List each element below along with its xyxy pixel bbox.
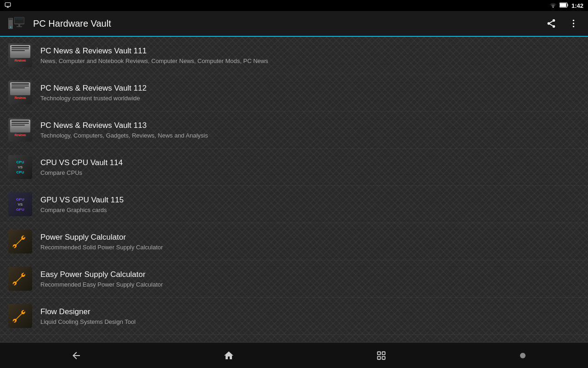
svg-rect-0	[5, 2, 11, 6]
item-icon-item-psc	[7, 229, 33, 254]
svg-point-13	[553, 25, 555, 28]
status-time: 1:42	[571, 2, 583, 9]
svg-rect-22	[382, 356, 385, 359]
list-item[interactable]: GPU VS GPU GPU VS GPU Vault 115Compare G…	[0, 186, 588, 223]
item-subtitle: Technology, Computers, Gadgets, Reviews,…	[40, 132, 581, 139]
svg-point-18	[572, 26, 574, 27]
item-icon-item-114: CPU VS CPU	[7, 154, 33, 180]
svg-rect-8	[18, 24, 20, 26]
app-title: PC Hardware Vault	[33, 18, 537, 29]
item-icon-item-111: Reviews	[7, 42, 33, 68]
item-title: Easy Power Supply Calculator	[40, 270, 581, 279]
svg-point-5	[10, 27, 11, 28]
item-title: Flow Designer	[40, 307, 581, 316]
item-icon-item-112: Reviews	[7, 80, 33, 105]
svg-rect-9	[17, 26, 22, 27]
item-subtitle: Compare Graphics cards	[40, 207, 581, 213]
item-subtitle: Recommended Solid Power Supply Calculato…	[40, 244, 581, 251]
svg-line-14	[550, 24, 553, 26]
svg-rect-7	[15, 17, 24, 23]
svg-rect-2	[560, 3, 566, 7]
item-title: PC News & Reviews Vault 112	[40, 84, 581, 93]
nav-indicator	[520, 353, 526, 358]
list-item[interactable]: Reviews PC News & Reviews Vault 112Techn…	[0, 74, 588, 111]
item-icon-item-epsc	[7, 266, 33, 292]
recents-button[interactable]	[368, 346, 395, 365]
svg-point-11	[553, 19, 555, 22]
app-bar: PC Hardware Vault	[0, 11, 588, 37]
list-item[interactable]: Power Supply CalculatorRecommended Solid…	[0, 223, 588, 260]
list-item[interactable]: Reviews PC News & Reviews Vault 113Techn…	[0, 111, 588, 149]
svg-line-15	[550, 21, 553, 23]
svg-point-16	[572, 20, 574, 21]
bottom-nav	[0, 342, 588, 368]
svg-point-17	[572, 23, 574, 24]
item-title: GPU VS GPU Vault 115	[40, 196, 581, 205]
item-title: CPU VS CPU Vault 114	[40, 158, 581, 167]
list-item[interactable]: CPU VS CPU CPU VS CPU Vault 114Compare C…	[0, 149, 588, 186]
status-bar: 1:42	[0, 0, 588, 11]
item-subtitle: News, Computer and Notebook Reviews, Com…	[40, 58, 581, 64]
notification-icon	[5, 2, 11, 10]
list-item[interactable]: Easy Power Supply CalculatorRecommended …	[0, 260, 588, 298]
item-icon-item-113: Reviews	[7, 117, 33, 143]
item-title: Power Supply Calculator	[40, 233, 581, 242]
item-icon-item-fd	[7, 303, 33, 329]
more-options-button[interactable]	[564, 14, 582, 33]
item-subtitle: Recommended Easy Power Supply Calculator	[40, 281, 581, 288]
svg-point-12	[548, 22, 550, 25]
item-title: PC News & Reviews Vault 113	[40, 121, 581, 130]
app-logo	[6, 12, 28, 34]
wifi-icon	[549, 1, 557, 10]
item-icon-item-115: GPU VS GPU	[7, 191, 33, 217]
share-button[interactable]	[542, 14, 560, 33]
content-list: Reviews PC News & Reviews Vault 111News,…	[0, 37, 588, 342]
home-button[interactable]	[215, 346, 243, 365]
svg-rect-21	[378, 356, 380, 359]
back-button[interactable]	[62, 346, 90, 365]
item-title: PC News & Reviews Vault 111	[40, 46, 581, 56]
svg-rect-20	[382, 351, 385, 354]
list-item[interactable]: Flow DesignerLiquid Cooling Systems Desi…	[0, 298, 588, 335]
item-subtitle: Compare CPUs	[40, 169, 581, 176]
svg-rect-4	[9, 18, 12, 20]
item-subtitle: Technology content trusted worldwide	[40, 95, 581, 102]
battery-icon	[560, 1, 569, 10]
svg-rect-19	[378, 351, 380, 354]
list-item[interactable]: Reviews PC News & Reviews Vault 111News,…	[0, 37, 588, 74]
item-subtitle: Liquid Cooling Systems Design Tool	[40, 318, 581, 325]
